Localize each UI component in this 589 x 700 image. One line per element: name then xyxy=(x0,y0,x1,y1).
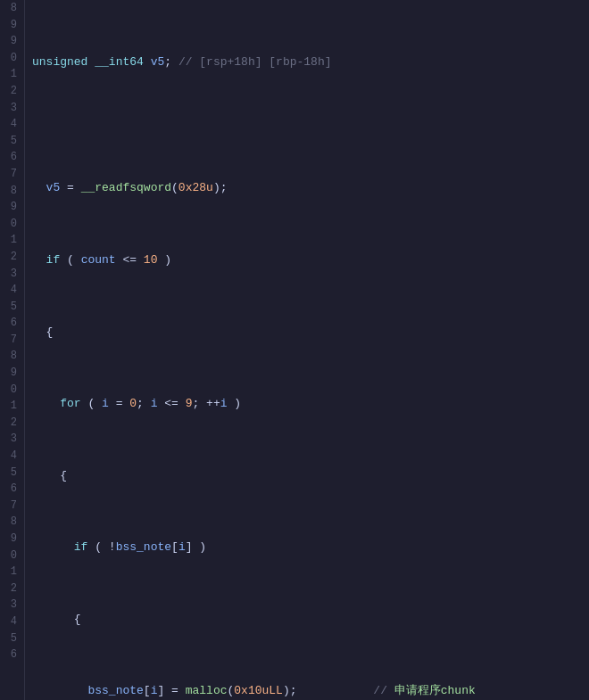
line-num: 5 xyxy=(4,465,21,482)
code-line: if ( count <= 10 ) xyxy=(32,251,582,269)
line-num: 4 xyxy=(4,116,21,133)
line-num: 9 xyxy=(4,531,21,548)
code-area[interactable]: unsigned __int64 v5; // [rsp+18h] [rbp-1… xyxy=(25,0,589,700)
line-num: 8 xyxy=(4,514,21,531)
line-num: 8 xyxy=(4,348,21,365)
line-num: 3 xyxy=(4,266,21,283)
line-num: 1 xyxy=(4,398,21,415)
line-num: 9 xyxy=(4,365,21,382)
line-num: 4 xyxy=(4,448,21,465)
line-num: 9 xyxy=(4,33,21,50)
line-num: 9 xyxy=(4,17,21,34)
code-line: if ( !bss_note[i] ) xyxy=(32,539,582,556)
line-num: 6 xyxy=(4,315,21,332)
line-num: 1 xyxy=(4,564,21,581)
line-num: 6 xyxy=(4,481,21,498)
line-num: 7 xyxy=(4,498,21,515)
line-num: 5 xyxy=(4,630,21,647)
line-num: 7 xyxy=(4,166,21,183)
line-num: 2 xyxy=(4,83,21,100)
line-num: 2 xyxy=(4,415,21,432)
code-line: for ( i = 0; i <= 9; ++i ) xyxy=(32,395,582,413)
line-num: 2 xyxy=(4,249,21,266)
code-line: v5 = __readfsqword(0x28u); xyxy=(32,179,582,197)
code-line: { xyxy=(32,467,582,485)
line-num: 5 xyxy=(4,299,21,316)
line-numbers: 8 9 9 0 1 2 3 4 5 6 7 8 9 0 1 2 3 4 5 6 … xyxy=(0,0,25,700)
line-num: 3 xyxy=(4,597,21,614)
line-num: 8 xyxy=(4,0,21,17)
line-num: 4 xyxy=(4,282,21,299)
code-line: bss_note[i] = malloc(0x10uLL); // 申请程序ch… xyxy=(32,682,582,700)
line-num: 0 xyxy=(4,50,21,67)
line-num: 6 xyxy=(4,646,21,663)
line-num: 1 xyxy=(4,232,21,249)
line-num: 0 xyxy=(4,216,21,233)
code-container: 8 9 9 0 1 2 3 4 5 6 7 8 9 0 1 2 3 4 5 6 … xyxy=(0,0,589,700)
line-num: 1 xyxy=(4,66,21,83)
line-num: 4 xyxy=(4,614,21,630)
code-line: unsigned __int64 v5; // [rsp+18h] [rbp-1… xyxy=(32,54,582,71)
code-line: { xyxy=(32,611,582,629)
code-line: { xyxy=(32,324,582,342)
line-num: 9 xyxy=(4,199,21,216)
line-num: 8 xyxy=(4,183,21,200)
line-num: 2 xyxy=(4,581,21,597)
line-num: 0 xyxy=(4,548,21,564)
line-num: 5 xyxy=(4,133,21,150)
line-num: 3 xyxy=(4,100,21,117)
line-num: 7 xyxy=(4,332,21,349)
line-num: 6 xyxy=(4,149,21,166)
line-num: 0 xyxy=(4,382,21,399)
line-num: 3 xyxy=(4,431,21,448)
